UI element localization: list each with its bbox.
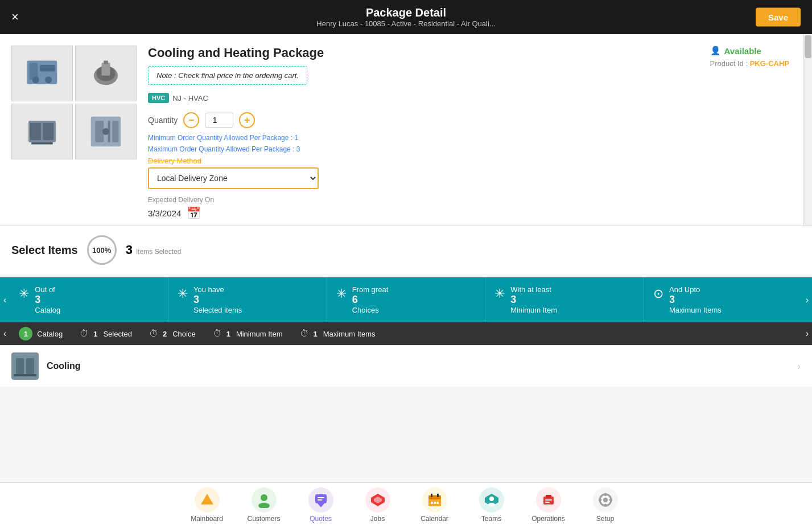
catalog-choice: ⏱ 2 Choice [149, 329, 196, 339]
save-button[interactable]: Save [756, 8, 801, 27]
svg-point-46 [603, 498, 608, 502]
person-icon: 👤 [710, 46, 721, 56]
product-image-4 [75, 104, 137, 159]
stat-label2-1: Selected items [193, 306, 242, 314]
nav-item-operations[interactable]: Operations [529, 487, 568, 523]
quotes-label: Quotes [310, 515, 332, 523]
quantity-input[interactable] [205, 113, 233, 128]
jobs-icon [365, 487, 390, 512]
catalog-row: 1 Catalog ⏱ 1 Selected ⏱ 2 Choice ⏱ 1 Mi… [10, 322, 802, 345]
teams-icon [479, 487, 504, 512]
tag-name: NJ - HVAC [172, 94, 208, 102]
stat-number-3: 3 [510, 294, 557, 306]
quantity-row: Quantity − + [148, 112, 789, 128]
stat-label1-1: You have [193, 285, 242, 294]
select-items-section: Select Items 100% 3 Items Selected [0, 226, 812, 277]
nav-item-teams[interactable]: Teams [472, 487, 512, 523]
min-order-qty: Minimum Order Quantity Allowed Per Packa… [148, 134, 789, 142]
svg-rect-33 [431, 494, 432, 497]
quantity-increase-button[interactable]: + [239, 112, 255, 128]
scrollbar[interactable] [803, 34, 812, 225]
svg-rect-35 [431, 502, 433, 504]
stat-label2-2: Choices [352, 306, 389, 314]
catalog-selected-icon: ⏱ [80, 329, 89, 339]
delivery-method-label: Delivery Method [148, 157, 789, 165]
svg-point-3 [32, 76, 39, 83]
operations-icon [536, 487, 561, 512]
stat-max-item: ⊙ And Upto 3 Maximum Items [644, 277, 802, 322]
svg-rect-34 [437, 494, 439, 497]
svg-rect-19 [16, 358, 24, 374]
svg-rect-37 [436, 502, 439, 504]
scrollbar-thumb [805, 35, 811, 58]
nav-item-customers[interactable]: Customers [244, 487, 284, 523]
stat-label2-4: Maximum Items [669, 306, 722, 314]
progress-circle: 100% [87, 235, 117, 265]
svg-rect-21 [14, 374, 36, 376]
stats-bar: ✳ Out of 3 Catalog ✳ You have 3 Selected… [10, 277, 802, 322]
operations-label: Operations [531, 515, 565, 523]
mainboard-icon [195, 487, 220, 512]
catalog-number-badge: 1 [19, 327, 32, 341]
catalog-selected: ⏱ 1 Selected [80, 329, 132, 339]
catalog-min-item: ⏱ 1 Minimum Item [213, 329, 283, 339]
product-section: Cooling and Heating Package Note : Check… [0, 34, 812, 226]
product-gallery [11, 46, 137, 159]
product-image-1 [11, 46, 73, 101]
cooling-label: Cooling [47, 361, 81, 371]
svg-rect-42 [546, 495, 551, 498]
nav-item-mainboard[interactable]: Mainboard [187, 487, 227, 523]
availability-text: Available [724, 46, 761, 56]
quantity-decrease-button[interactable]: − [183, 112, 199, 128]
stat-label1-3: With at least [510, 285, 557, 294]
product-image-3 [11, 104, 73, 159]
teams-label: Teams [481, 515, 501, 523]
quantity-label: Quantity [148, 116, 178, 125]
progress-pct: 100% [92, 246, 111, 255]
svg-point-24 [258, 503, 270, 508]
close-button[interactable]: × [11, 10, 19, 24]
items-selected-label: Items Selected [136, 248, 181, 256]
catalog-scroll-left[interactable]: ‹ [0, 327, 10, 340]
svg-rect-27 [318, 497, 324, 498]
stats-scroll-right[interactable]: › [802, 294, 812, 306]
catalog-choice-label: Choice [172, 330, 195, 338]
stat-icon-3: ✳ [494, 286, 505, 301]
svg-rect-20 [26, 358, 34, 374]
product-title: Cooling and Heating Package [148, 46, 789, 60]
stat-choices: ✳ From great 6 Choices [327, 277, 486, 322]
nav-item-quotes[interactable]: Quotes [301, 487, 341, 523]
svg-rect-47 [604, 493, 607, 496]
stats-scroll-left[interactable]: ‹ [0, 294, 10, 306]
svg-rect-49 [599, 499, 601, 501]
select-items-header: Select Items 100% 3 Items Selected [11, 235, 801, 265]
items-count: 3 [126, 243, 133, 257]
calendar-icon[interactable]: 📅 [187, 206, 201, 220]
svg-marker-22 [201, 494, 213, 505]
product-details: Cooling and Heating Package Note : Check… [148, 46, 789, 220]
catalog-label: Catalog [37, 330, 63, 338]
svg-point-39 [489, 497, 494, 501]
stat-label1-2: From great [352, 285, 389, 294]
quotes-icon [308, 487, 333, 512]
nav-item-calendar[interactable]: Calendar [415, 487, 455, 523]
svg-rect-2 [40, 65, 55, 71]
svg-point-17 [102, 128, 109, 135]
catalog-min-num: 1 [226, 330, 230, 338]
svg-point-4 [45, 76, 52, 83]
svg-rect-44 [545, 502, 550, 503]
calendar-label: Calendar [421, 515, 448, 523]
expected-delivery-row: 3/3/2024 📅 [148, 206, 789, 220]
stat-min-item: ✳ With at least 3 Minimum Item [485, 277, 644, 322]
nav-item-jobs[interactable]: Jobs [358, 487, 398, 523]
product-note: Note : Check final price in the ordering… [148, 66, 307, 85]
bottom-nav: Mainboard Customers Quotes [0, 482, 812, 525]
svg-rect-10 [30, 123, 41, 140]
svg-marker-26 [318, 503, 324, 507]
cooling-expand-icon[interactable]: › [797, 360, 801, 372]
select-items-title: Select Items [11, 244, 78, 257]
svg-rect-28 [318, 499, 322, 501]
catalog-scroll-right[interactable]: › [802, 327, 812, 340]
delivery-method-select[interactable]: Local Delivery Zone Standard Shipping Ex… [148, 167, 319, 189]
nav-item-setup[interactable]: Setup [586, 487, 625, 523]
